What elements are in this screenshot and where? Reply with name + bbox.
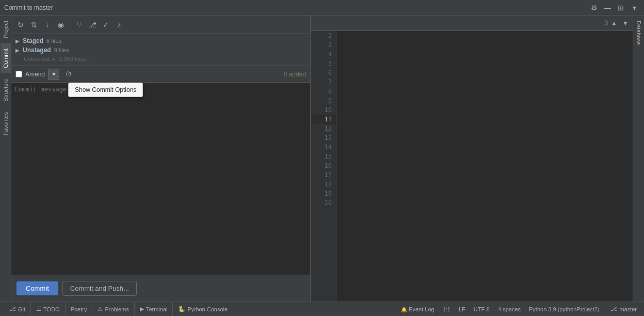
amend-label: Amend [25, 71, 45, 78]
expand-button[interactable]: ⊞ [615, 2, 626, 13]
toolbar-divider [70, 20, 70, 30]
line-number-3: 3 [311, 40, 336, 50]
git-icon: ⎇ [9, 306, 16, 312]
line-number-11: 11 [311, 115, 336, 124]
interpreter[interactable]: Python 3.9 (pythonProject2) [529, 306, 599, 312]
tab-todo-label: TODO [43, 306, 60, 312]
resolve-button[interactable]: ✓ [100, 19, 112, 31]
commit-message-area [11, 83, 310, 275]
sidebar-item-structure[interactable]: Structure [1, 73, 11, 107]
sidebar-item-commit[interactable]: Commit [1, 43, 11, 73]
staged-group[interactable]: ▶ Staged 8 files [11, 36, 310, 45]
sidebar-item-database[interactable]: Database [634, 15, 644, 50]
update-button[interactable]: ⇅ [28, 19, 40, 31]
line-number-5: 5 [311, 59, 336, 68]
line-number-10: 10 [311, 105, 336, 115]
line-number-8: 8 [311, 87, 336, 96]
editor-nav-up[interactable]: ▲ [609, 18, 619, 28]
commit-button[interactable]: Commit [17, 281, 58, 295]
line-number-13: 13 [311, 133, 336, 143]
line-ending[interactable]: LF [459, 306, 465, 312]
unstaged-chevron-icon: ▶ [15, 48, 20, 53]
show-commit-options-tooltip: Show Commit Options [68, 83, 143, 97]
event-log-link[interactable]: 🔔 Event Log [401, 306, 434, 312]
line-number-16: 16 [311, 161, 336, 170]
history-icon: ⏱ [65, 70, 72, 78]
untracked-partial: Untracked ▸ 2,959 files... [11, 55, 310, 64]
cursor-position[interactable]: 1:1 [443, 306, 450, 312]
status-bar: ⎇ Git ☰ TODO Poetry ⚠ Problems ▶ Termina… [0, 302, 644, 316]
amend-row: Amend ✦ + ⏱ 8 added Show Commit Options [11, 66, 310, 83]
title-bar-controls: ⚙ — ⊞ ▾ [588, 2, 640, 13]
editor-content: 234567891011121314151617181920 [311, 31, 633, 302]
terminal-icon: ▶ [140, 306, 144, 312]
line-number-9: 9 [311, 96, 336, 105]
main-layout: Project Commit Structure Favorites ↻ ⇅ ↓… [0, 15, 644, 302]
branch-button[interactable]: ⑂ [73, 19, 85, 31]
line-number-17: 17 [311, 170, 336, 180]
line-number-18: 18 [311, 180, 336, 189]
commit-and-push-button[interactable]: Commit and Push... [62, 281, 137, 296]
title-bar: Commit to master ⚙ — ⊞ ▾ [0, 0, 644, 15]
line-number-6: 6 [311, 68, 336, 77]
minimize-button[interactable]: — [602, 2, 613, 13]
tab-problems-label: Problems [105, 306, 128, 312]
indent-size[interactable]: 4 spaces [498, 306, 521, 312]
tab-python-label: Python Console [187, 306, 228, 312]
line-number-20: 20 [311, 198, 336, 208]
tab-poetry[interactable]: Poetry [66, 302, 93, 316]
sidebar-item-project[interactable]: Project [1, 15, 11, 43]
line-number-4: 4 [311, 50, 336, 59]
status-right: 🔔 Event Log 1:1 LF UTF-8 4 spaces Python… [401, 305, 640, 313]
tab-todo[interactable]: ☰ TODO [31, 302, 66, 316]
line-number-2: 2 [311, 31, 336, 40]
amend-gear-button[interactable]: ✦ + [48, 69, 59, 80]
left-sidebar: Project Commit Structure Favorites [0, 15, 11, 302]
sidebar-item-favorites[interactable]: Favorites [1, 107, 11, 140]
unstaged-label: Unstaged [23, 46, 51, 54]
plus-overlay-icon: + [56, 74, 58, 79]
commit-panel: ↻ ⇅ ↓ ◉ ⑂ ⎇ ✓ ≠ ▶ Staged 8 files ▶ Unsta… [11, 15, 311, 302]
staged-label: Staged [23, 37, 43, 44]
tab-terminal[interactable]: ▶ Terminal [135, 302, 173, 316]
unstaged-count: 9 files [54, 47, 69, 53]
editor-nav-down[interactable]: ▼ [620, 18, 631, 28]
problems-icon: ⚠ [98, 306, 103, 312]
code-area[interactable] [336, 31, 633, 302]
tab-poetry-label: Poetry [71, 306, 87, 312]
event-log-icon: 🔔 [401, 307, 407, 312]
line-gutter: 234567891011121314151617181920 [311, 31, 336, 302]
tab-problems[interactable]: ⚠ Problems [92, 302, 134, 316]
file-list: ▶ Staged 8 files ▶ Unstaged 9 files Untr… [11, 34, 310, 66]
staged-count: 8 files [46, 38, 61, 44]
commit-buttons-bar: Commit Commit and Push... [11, 275, 310, 302]
editor-area: 3 ▲ ▼ 234567891011121314151617181920 [311, 15, 633, 302]
commit-message-input[interactable] [13, 85, 308, 273]
tab-python-console[interactable]: 🐍 Python Console [173, 302, 233, 316]
branch-label[interactable]: ⎇ master [607, 305, 640, 313]
tab-git-label: Git [18, 306, 25, 312]
python-icon: 🐍 [178, 306, 185, 312]
diff-button[interactable]: ≠ [113, 19, 125, 31]
eye-button[interactable]: ◉ [55, 19, 67, 31]
refresh-button[interactable]: ↻ [14, 19, 27, 31]
encoding[interactable]: UTF-8 [474, 306, 490, 312]
amend-history-button[interactable]: ⏱ [62, 69, 74, 80]
settings-button[interactable]: ⚙ [588, 2, 600, 13]
line-number-19: 19 [311, 189, 336, 198]
line-number-15: 15 [311, 152, 336, 161]
amend-checkbox[interactable] [15, 71, 22, 77]
title-bar-text: Commit to master [4, 4, 53, 11]
editor-header: 3 ▲ ▼ [311, 15, 633, 31]
unstaged-group[interactable]: ▶ Unstaged 9 files [11, 45, 310, 55]
line-number-7: 7 [311, 77, 336, 87]
added-badge: 8 added [284, 71, 306, 78]
tab-git[interactable]: ⎇ Git [4, 302, 31, 316]
chevron-down-button[interactable]: ▾ [629, 2, 640, 13]
fetch-button[interactable]: ↓ [41, 19, 54, 31]
branch-icon: ⎇ [610, 306, 617, 312]
right-sidebar: Database [633, 15, 644, 302]
tab-terminal-label: Terminal [146, 306, 168, 312]
merge-button[interactable]: ⎇ [86, 19, 99, 31]
staged-chevron-icon: ▶ [15, 38, 20, 44]
